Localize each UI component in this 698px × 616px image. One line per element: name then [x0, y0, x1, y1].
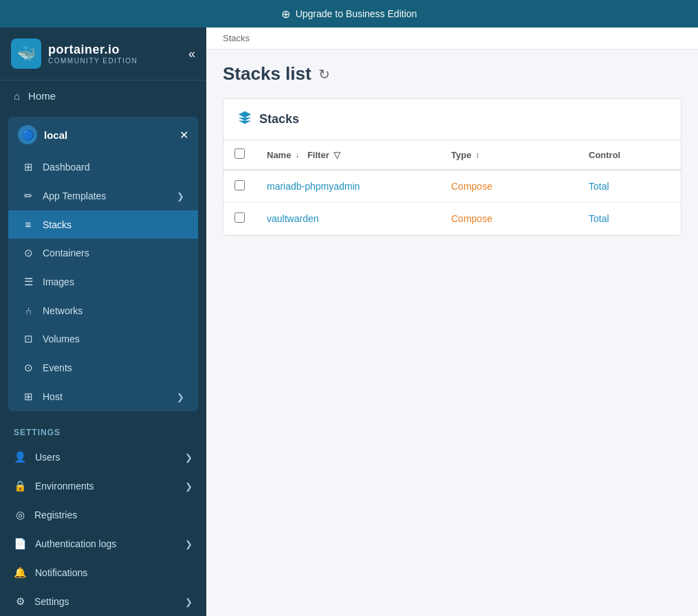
environment-section: 🔵 local ✕ ⊞ Dashboard ✏ App Templates ❯ …: [8, 117, 198, 411]
app-templates-icon: ✏: [22, 190, 34, 202]
logo-text: portainer.io COMMUNITY EDITION: [48, 43, 138, 65]
table-row: mariadb-phpmyadmin Compose Total: [223, 170, 681, 203]
sidebar-nav: ⊞ Dashboard ✏ App Templates ❯ ≡ Stacks ⊙…: [8, 153, 198, 411]
type-sort-icon[interactable]: ↕: [475, 151, 479, 159]
host-icon: ⊞: [22, 390, 34, 403]
chevron-down-icon: ❯: [185, 597, 193, 607]
images-icon: ☰: [22, 276, 34, 288]
name-col-filter-label: Filter: [307, 150, 329, 160]
environment-header[interactable]: 🔵 local ✕: [8, 117, 198, 153]
sidebar-item-environments[interactable]: 🔒 Environments ❯: [0, 472, 206, 500]
filter-icon[interactable]: ▽: [334, 150, 340, 160]
row-name: vaultwarden: [256, 203, 440, 235]
sidebar-item-auth-logs[interactable]: 📄 Authentication logs ❯: [0, 529, 206, 558]
sidebar-item-volumes[interactable]: ⊡ Volumes: [8, 324, 198, 353]
row-type: Compose: [440, 203, 578, 235]
sidebar-home-label: Home: [28, 90, 56, 102]
sidebar-item-label: Volumes: [43, 333, 80, 344]
row-control: Total: [578, 203, 681, 235]
chevron-down-icon: ❯: [177, 191, 184, 201]
sidebar-item-app-templates[interactable]: ✏ App Templates ❯: [8, 182, 198, 210]
sidebar-item-label: App Templates: [43, 190, 106, 201]
sidebar-item-events[interactable]: ⊙ Events: [8, 353, 198, 382]
containers-icon: ⊙: [22, 247, 34, 259]
sidebar-item-images[interactable]: ☰ Images: [8, 267, 198, 296]
main-content: Stacks Stacks list ↻ Stacks: [206, 28, 698, 616]
auth-logs-icon: 📄: [14, 538, 27, 550]
col-control: Control: [578, 140, 681, 170]
breadcrumb-text: Stacks: [223, 33, 250, 43]
sidebar-item-home[interactable]: ⌂ Home: [0, 80, 206, 111]
notifications-icon: 🔔: [14, 566, 27, 579]
col-type: Type ↕: [440, 140, 578, 170]
col-name: Name ↓ Filter ▽: [256, 140, 440, 170]
breadcrumb: Stacks: [206, 28, 698, 50]
portainer-logo-icon: 🐳: [11, 38, 41, 69]
environments-icon: 🔒: [14, 480, 27, 492]
environment-close-button[interactable]: ✕: [179, 129, 188, 142]
row-control: Total: [578, 170, 681, 203]
sidebar-item-host[interactable]: ⊞ Host ❯: [8, 382, 198, 411]
sidebar-item-registries[interactable]: ◎ Registries: [0, 500, 206, 529]
control-total-link[interactable]: Total: [589, 181, 609, 192]
settings-section-label: Settings: [0, 417, 206, 443]
settings-nav: 👤 Users ❯ 🔒 Environments ❯ ◎ Registries …: [0, 443, 206, 616]
environment-name: local: [44, 129, 67, 141]
sidebar-item-label: Networks: [43, 305, 83, 316]
stacks-card-title: Stacks: [259, 112, 299, 126]
sidebar-item-networks[interactable]: ⑃ Networks: [8, 296, 198, 324]
control-total-link[interactable]: Total: [589, 213, 609, 224]
settings-icon: ⚙: [14, 595, 26, 608]
environment-icon: 🔵: [18, 125, 37, 144]
type-badge: Compose: [451, 181, 492, 192]
sidebar-item-label: Notifications: [35, 567, 87, 578]
table-row: vaultwarden Compose Total: [223, 203, 681, 235]
chevron-down-icon: ❯: [177, 392, 184, 402]
sidebar-item-label: Host: [43, 391, 63, 402]
select-all-checkbox[interactable]: [235, 148, 245, 159]
name-col-label: Name: [267, 150, 291, 160]
upgrade-banner[interactable]: ⊕ Upgrade to Business Edition: [0, 0, 698, 28]
stacks-card-header: Stacks: [223, 99, 681, 140]
type-col-label: Type: [451, 150, 471, 160]
stack-name-link[interactable]: vaultwarden: [267, 213, 319, 224]
sidebar-item-containers[interactable]: ⊙ Containers: [8, 239, 198, 267]
volumes-icon: ⊡: [22, 333, 34, 345]
sidebar-item-settings[interactable]: ⚙ Settings ❯: [0, 587, 206, 616]
stacks-table-body: mariadb-phpmyadmin Compose Total: [223, 170, 681, 235]
stack-name-link[interactable]: mariadb-phpmyadmin: [267, 181, 360, 192]
sidebar-collapse-button[interactable]: «: [188, 47, 195, 61]
sidebar-item-stacks[interactable]: ≡ Stacks: [8, 210, 198, 239]
stacks-card-icon: [237, 110, 252, 129]
sidebar-item-label: Users: [35, 452, 61, 463]
users-icon: 👤: [14, 451, 27, 463]
home-icon: ⌂: [14, 90, 20, 102]
sidebar-item-label: Authentication logs: [35, 538, 116, 549]
sidebar-item-notifications[interactable]: 🔔 Notifications: [0, 558, 206, 587]
row-type: Compose: [440, 170, 578, 203]
row-checkbox[interactable]: [235, 212, 245, 223]
chevron-down-icon: ❯: [185, 452, 193, 463]
refresh-icon[interactable]: ↻: [318, 66, 330, 82]
sidebar-item-label: Environments: [35, 481, 94, 492]
row-check: [223, 170, 256, 203]
logo-area: 🐳 portainer.io COMMUNITY EDITION: [11, 38, 138, 69]
sidebar-item-users[interactable]: 👤 Users ❯: [0, 443, 206, 472]
row-check: [223, 203, 256, 235]
page-title: Stacks list: [223, 63, 312, 85]
logo-name: portainer.io: [48, 43, 138, 57]
upgrade-icon: ⊕: [281, 8, 290, 21]
sidebar-item-dashboard[interactable]: ⊞ Dashboard: [8, 153, 198, 182]
events-icon: ⊙: [22, 362, 34, 374]
dashboard-icon: ⊞: [22, 161, 34, 173]
sidebar-item-label: Events: [43, 362, 72, 373]
chevron-down-icon: ❯: [185, 539, 193, 549]
page-title-row: Stacks list ↻: [223, 63, 681, 85]
sort-icon[interactable]: ↓: [295, 151, 299, 159]
sidebar: 🐳 portainer.io COMMUNITY EDITION « ⌂ Hom…: [0, 28, 206, 616]
row-checkbox[interactable]: [235, 180, 245, 190]
sidebar-item-label: Settings: [34, 596, 69, 607]
stacks-icon: ≡: [22, 219, 34, 230]
stacks-card: Stacks Name ↓ F: [223, 98, 681, 236]
sidebar-item-label: Images: [43, 276, 74, 287]
